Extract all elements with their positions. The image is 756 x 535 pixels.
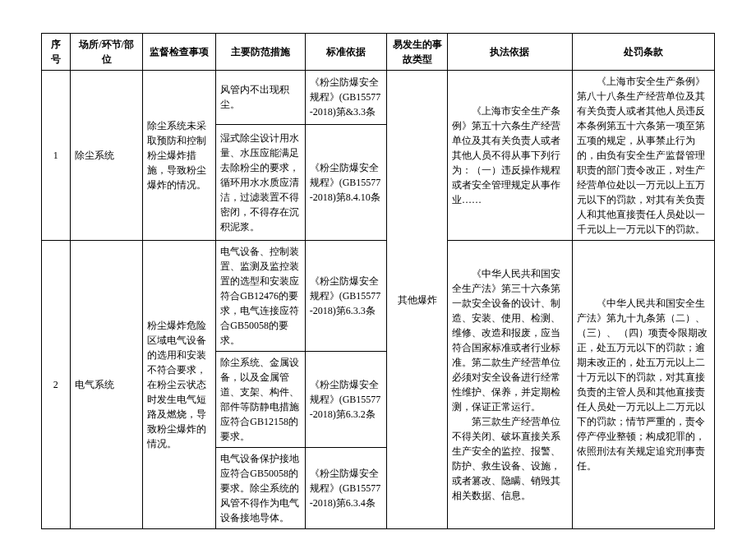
col-law: 执法依据 [447, 34, 572, 71]
cell-penalty: 《上海市安全生产条例》第八十八条生产经营单位及其有关负责人或者其他人员违反本条例… [572, 71, 714, 241]
col-insp: 监督检查事项 [143, 34, 216, 71]
cell-place: 电气系统 [70, 241, 143, 529]
cell-measure: 湿式除尘设计用水量、水压应能满足去除粉尘的要求，循环用水水质应清洁，过滤装置不得… [216, 124, 305, 240]
col-type: 易发生的事故类型 [387, 34, 448, 71]
cell-standard: 《粉尘防爆安全规程》(GB15577-2018)第6.3.2条 [305, 352, 387, 448]
cell-seq: 1 [42, 71, 71, 241]
cell-seq: 2 [42, 241, 71, 529]
cell-measure: 除尘系统、金属设备，以及金属管道、支架、构件、部件等防静电措施应符合GB1215… [216, 352, 305, 448]
cell-law: 《中华人民共和国安全生产法》第三十六条第一款安全设备的设计、制造、安装、使用、检… [447, 241, 572, 529]
cell-standard: 《粉尘防爆安全规程》(GB15577-2018)第&3.3条 [305, 71, 387, 125]
cell-standard: 《粉尘防爆安全规程》(GB15577-2018)第8.4.10条 [305, 124, 387, 240]
table-row: 1 除尘系统 除尘系统未采取预防和控制粉尘爆炸措施，导致粉尘爆炸的情况。 风管内… [42, 71, 715, 125]
cell-standard: 《粉尘防爆安全规程》(GB15577-2018)第6.3.3条 [305, 241, 387, 352]
inspection-table: 序号 场所/环节/部位 监督检查事项 主要防范措施 标准依据 易发生的事故类型 … [41, 33, 715, 529]
cell-penalty: 《中华人民共和国安全生产法》第九十九条第（二）、（三）、 （四）项责令限期改正，… [572, 241, 714, 529]
cell-standard: 《粉尘防爆安全规程》(GB15577-2018)第6.3.4条 [305, 448, 387, 529]
col-place: 场所/环节/部位 [70, 34, 143, 71]
col-penalty: 处罚条款 [572, 34, 714, 71]
cell-measure: 电气设备保护接地应符合GB50058的要求。除尘系统的风管不得作为电气设备接地导… [216, 448, 305, 529]
cell-inspection: 除尘系统未采取预防和控制粉尘爆炸措施，导致粉尘爆炸的情况。 [143, 71, 216, 241]
cell-place: 除尘系统 [70, 71, 143, 241]
col-std: 标准依据 [305, 34, 387, 71]
col-measure: 主要防范措施 [216, 34, 305, 71]
cell-accident-type: 其他爆炸 [387, 71, 448, 529]
cell-measure: 电气设备、控制装置、监测及监控装置的选型和安装应符合GB12476的要求，电气连… [216, 241, 305, 352]
cell-inspection: 粉尘爆炸危险区域电气设备的选用和安装不符合要求，在粉尘云状态时发生电气短路及燃烧… [143, 241, 216, 529]
col-seq: 序号 [42, 34, 71, 71]
table-row: 2 电气系统 粉尘爆炸危险区域电气设备的选用和安装不符合要求，在粉尘云状态时发生… [42, 241, 715, 352]
cell-measure: 风管内不出现积尘。 [216, 71, 305, 125]
cell-law: 《上海市安全生产条例》第五十六条生产经营单位及其有关负责人或者其他人员不得从事下… [447, 71, 572, 241]
table-header-row: 序号 场所/环节/部位 监督检查事项 主要防范措施 标准依据 易发生的事故类型 … [42, 34, 715, 71]
